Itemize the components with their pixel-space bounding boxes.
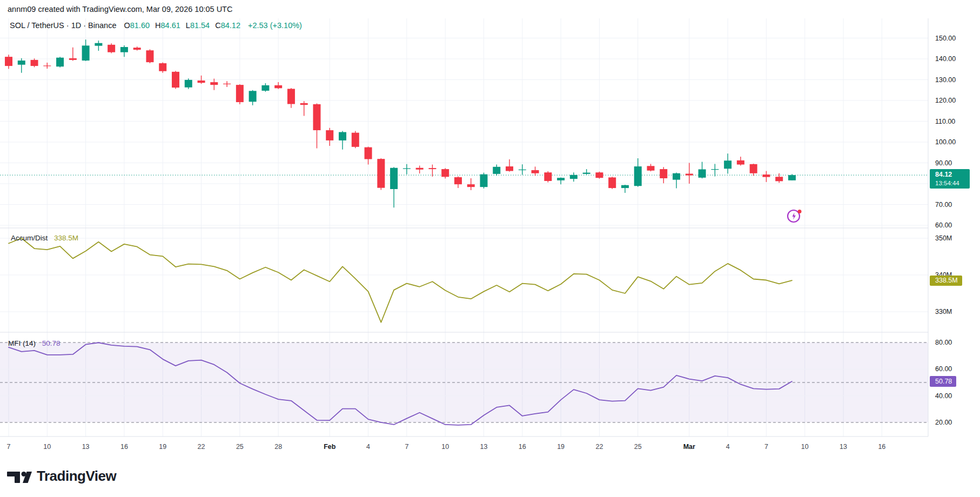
candlestick[interactable] [480,173,487,189]
price-axis-label: 120.00 [935,97,956,104]
candlestick[interactable] [403,164,411,174]
time-axis-label: 22 [198,443,205,451]
candlestick[interactable] [660,167,667,183]
candlestick[interactable] [428,165,436,177]
price-axis-label: 90.00 [935,159,952,167]
symbol-title[interactable]: SOL / TetherUS · 1D · Binance [10,21,116,30]
candlestick[interactable] [300,101,308,116]
time-axis-label: 4 [366,443,370,451]
candlestick[interactable] [249,90,257,105]
candlestick[interactable] [185,78,192,89]
candlestick[interactable] [133,46,141,50]
candlestick[interactable] [377,158,385,190]
candlestick[interactable] [441,168,449,178]
notification-dot-icon [798,210,802,213]
candlestick[interactable] [608,177,616,189]
candlestick[interactable] [737,157,744,166]
time-axis-label: 16 [120,443,128,451]
candlestick[interactable] [775,173,783,183]
candlestick[interactable] [236,84,244,104]
time-axis-label: 4 [726,443,730,451]
time-axis-label: 16 [519,443,526,451]
candlestick[interactable] [699,162,706,179]
mfi-axis-label: 80.00 [935,339,952,346]
price-axis-label: 110.00 [935,118,955,125]
candlestick[interactable] [352,131,359,149]
last-price-value: 84.12 [935,170,965,179]
ohlc-pair: L81.54 [186,21,210,30]
candlestick[interactable] [18,58,25,73]
candlestick[interactable] [711,164,719,176]
candlestick[interactable] [31,58,38,67]
candlestick[interactable] [172,71,179,89]
candlestick[interactable] [532,166,539,176]
price-axis-label: 70.00 [935,201,952,209]
candlestick[interactable] [544,171,552,183]
price-axis-label: 60.00 [935,221,952,229]
candlestick[interactable] [621,185,629,193]
candlestick[interactable] [557,177,565,184]
candlestick[interactable] [634,158,642,187]
candlestick[interactable] [287,88,295,108]
candlestick[interactable] [506,159,513,172]
candlestick[interactable] [146,49,153,63]
candlestick[interactable] [56,57,64,68]
change-value: +2.53 (+3.10%) [248,21,302,30]
ohlc-values: O81.60H84.61L81.54C84.12 [124,21,240,30]
candlestick[interactable] [647,164,655,171]
accum-dist-line[interactable] [9,238,792,323]
candlestick[interactable] [326,128,333,146]
price-axis-label: 150.00 [935,35,956,42]
candlestick[interactable] [210,79,218,90]
candlestick[interactable] [223,81,231,87]
time-axis-label: 16 [878,443,885,451]
chart-plot-area[interactable] [0,0,980,497]
mfi-axis-label: 20.00 [935,419,952,426]
candlestick[interactable] [120,45,128,57]
candlestick[interactable] [43,63,51,69]
time-axis-label: 13 [480,443,488,451]
candlestick[interactable] [313,103,320,148]
candlestick[interactable] [416,166,424,174]
candlestick[interactable] [159,63,166,73]
candlestick[interactable] [570,172,578,182]
candlestick[interactable] [69,48,77,61]
candlestick[interactable] [82,39,90,61]
mfi-axis-label: 60.00 [935,365,952,373]
candlestick[interactable] [673,173,680,189]
flash-events-button[interactable] [787,209,802,224]
candlestick[interactable] [595,172,603,179]
time-axis-label: 10 [441,443,449,451]
candlestick[interactable] [788,174,796,180]
time-axis-label: 13 [840,443,847,451]
candlestick[interactable] [454,177,462,189]
tradingview-wordmark: TradingView [37,468,116,485]
time-axis-label: 28 [274,443,282,451]
candlestick[interactable] [762,171,770,182]
tradingview-logo[interactable]: TradingView [7,468,116,485]
accum-dist-name: Accum/Dist [11,234,48,242]
symbol-legend-row[interactable]: SOL / TetherUS · 1D · Binance O81.60H84.… [10,21,302,30]
candlestick[interactable] [95,41,102,51]
candlestick[interactable] [467,178,475,190]
candlestick[interactable] [750,164,757,176]
lightning-bolt-icon [793,213,796,220]
candlestick[interactable] [365,146,372,164]
candlestick[interactable] [686,163,693,184]
mfi-params: (14) [23,339,36,347]
candlestick[interactable] [5,55,12,69]
tradingview-chart-window: annm09 created with TradingView.com, Mar… [0,0,980,497]
candlestick[interactable] [261,83,269,92]
candlestick[interactable] [583,169,590,174]
candlestick[interactable] [519,164,526,174]
candlestick[interactable] [274,82,282,89]
candlestick[interactable] [108,43,115,53]
price-axis-label: 100.00 [935,138,956,146]
mfi-name: MFI [8,339,21,347]
candlestick[interactable] [390,167,398,207]
mfi-badge: 50.78 [930,376,956,387]
candlestick[interactable] [724,153,731,173]
candlestick[interactable] [493,165,500,176]
candlestick[interactable] [339,131,346,150]
last-price-badge: 84.12 13:54:44 [930,169,970,189]
